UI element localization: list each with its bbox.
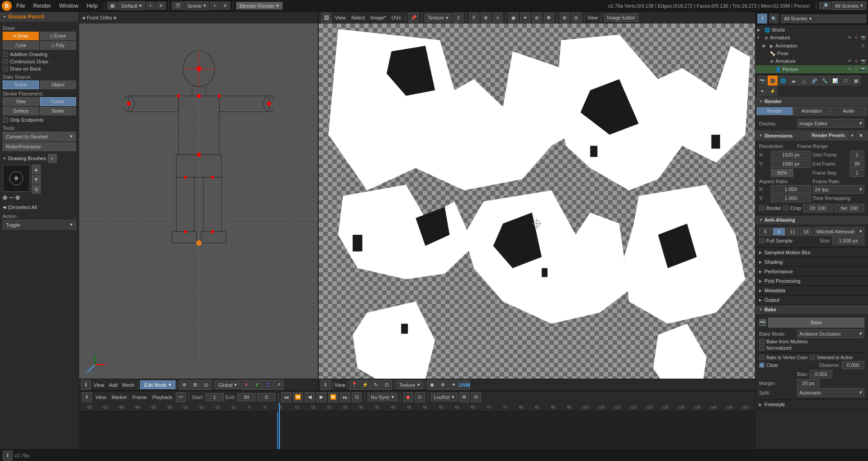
menu-help[interactable]: Help bbox=[83, 2, 101, 10]
output-header[interactable]: ▶ Output bbox=[755, 295, 868, 304]
normalized-checkbox[interactable] bbox=[759, 345, 764, 351]
img-render-btn[interactable]: F bbox=[469, 13, 479, 23]
render-tab-camera[interactable]: 📷 bbox=[757, 76, 767, 86]
current-frame-input[interactable]: 0 bbox=[257, 393, 275, 401]
goto-start-btn[interactable]: ⏮ bbox=[281, 392, 291, 402]
snap-btn[interactable]: ⊞ bbox=[190, 380, 200, 390]
img-cursor-btn[interactable]: ✤ bbox=[544, 13, 554, 23]
jump-btn[interactable]: ⊡ bbox=[352, 392, 362, 402]
clear-checkbox[interactable] bbox=[759, 362, 764, 368]
timeline-view-menu[interactable]: View bbox=[94, 394, 108, 401]
all-scenes-dropdown[interactable]: All Scenes ▾ bbox=[832, 1, 866, 10]
record-btn[interactable]: ⏺ bbox=[403, 392, 413, 402]
proportional-btn[interactable]: ◎ bbox=[201, 380, 211, 390]
ne-input[interactable]: Ne: 100 bbox=[835, 204, 864, 212]
menu-render[interactable]: Render bbox=[29, 2, 54, 10]
armature2-eye-icon[interactable]: 👁 bbox=[846, 58, 853, 64]
scene-dropdown[interactable]: Scene ▾ bbox=[184, 1, 209, 10]
add-scene-btn[interactable]: + bbox=[210, 2, 219, 10]
only-endpoints-checkbox[interactable] bbox=[3, 117, 8, 123]
texture-mode-dropdown[interactable]: Texture ▾ bbox=[396, 380, 423, 389]
person-cursor-icon[interactable]: ⊙ bbox=[853, 66, 859, 72]
grease-pencil-header[interactable]: ▼ Grease Pencil bbox=[0, 12, 79, 22]
img-view-menu[interactable]: View bbox=[333, 14, 348, 21]
render-tab-data[interactable]: 📊 bbox=[830, 76, 840, 86]
ol-input[interactable]: Ol: 100 bbox=[803, 204, 833, 212]
bias-input[interactable]: 0.001 bbox=[810, 370, 832, 378]
axis-y-btn[interactable]: Y bbox=[252, 380, 262, 390]
mesh-menu-3d[interactable]: Mesh bbox=[120, 381, 136, 389]
aa-8-btn[interactable]: 8 bbox=[773, 228, 785, 236]
keying-remove-btn[interactable]: ⊖ bbox=[471, 392, 481, 402]
add-menu-3d[interactable]: Add bbox=[107, 381, 120, 389]
person-eye-icon[interactable]: 👁 bbox=[846, 66, 853, 72]
uv-pin-btn[interactable]: 📍 bbox=[349, 380, 359, 390]
engine-dropdown[interactable]: Blender Render ▾ bbox=[236, 2, 283, 10]
tree-animation[interactable]: ▶ ▶ Animation ⊞ bbox=[755, 42, 868, 50]
margin-input[interactable]: 20 px bbox=[797, 379, 820, 387]
tree-pose[interactable]: 🦴 Pose bbox=[755, 50, 868, 57]
sync-dropdown[interactable]: No Sync ▾ bbox=[368, 393, 397, 401]
brush-menu-btn[interactable]: ☰ bbox=[32, 185, 41, 194]
img-scope-btn[interactable]: ◉ bbox=[509, 13, 519, 23]
render-tab-material[interactable]: ⬡ bbox=[840, 76, 850, 86]
draw-btn[interactable]: ✏ Draw bbox=[3, 32, 39, 40]
start-frame-input[interactable]: 1 bbox=[206, 393, 224, 401]
audio-tab[interactable]: Audio bbox=[830, 107, 867, 115]
tree-person[interactable]: 👤 Person 👁 ⊙ 📷 bbox=[755, 65, 868, 73]
bake-multires-checkbox[interactable] bbox=[759, 339, 764, 344]
frame-rate-dropdown[interactable]: 24 fps ▾ bbox=[813, 185, 865, 194]
draw-on-back-checkbox[interactable] bbox=[3, 66, 8, 71]
img-pin-btn[interactable]: 📌 bbox=[409, 13, 419, 23]
bake-header[interactable]: ▼ Bake bbox=[755, 305, 868, 314]
timeline-loop-btn[interactable]: ↩ bbox=[176, 392, 186, 402]
display-dropdown[interactable]: Image Editor ▾ bbox=[797, 119, 864, 128]
bake-vertex-checkbox[interactable] bbox=[759, 355, 764, 360]
cursor-icon-tree[interactable]: ⊙ bbox=[853, 34, 859, 41]
full-sample-checkbox[interactable] bbox=[759, 238, 764, 243]
uv-sync-btn[interactable]: ⚡ bbox=[360, 380, 370, 390]
render-tab-world[interactable]: ☁ bbox=[788, 76, 798, 86]
render-tab-scene[interactable]: 🌐 bbox=[778, 76, 788, 86]
render-tab-particles[interactable]: ✦ bbox=[757, 86, 767, 96]
anim-expand-icon[interactable]: ⊞ bbox=[860, 43, 866, 49]
tree-world[interactable]: ▶ 🌐 World bbox=[755, 26, 868, 33]
selected-active-checkbox[interactable] bbox=[810, 355, 815, 360]
crop-checkbox[interactable] bbox=[783, 205, 788, 211]
armature2-cursor-icon[interactable]: ⊙ bbox=[853, 58, 859, 64]
render-presets-del-btn[interactable]: ✕ bbox=[857, 133, 864, 138]
screen-layout-icon[interactable]: ▦ bbox=[107, 2, 118, 10]
object-source-btn[interactable]: Object bbox=[40, 81, 76, 89]
bake-button[interactable]: Bake bbox=[768, 318, 864, 328]
performance-header[interactable]: ▶ Performance bbox=[755, 267, 868, 276]
add-brush-btn[interactable]: + bbox=[48, 154, 57, 163]
timeline-marker-menu[interactable]: Marker bbox=[110, 394, 129, 401]
sampled-motion-blur-header[interactable]: ▶ Sampled Motion Blur bbox=[755, 248, 868, 257]
menu-window[interactable]: Window bbox=[56, 2, 82, 10]
timeline-playback-menu[interactable]: Playback bbox=[151, 394, 175, 401]
axis-z-btn[interactable]: Z bbox=[263, 380, 273, 390]
viewport-info-btn[interactable]: ℹ bbox=[81, 380, 91, 390]
scene-source-btn[interactable]: Scene bbox=[3, 81, 39, 89]
deselect-all-row[interactable]: ◀ (De)select All bbox=[0, 203, 79, 212]
view-all-btn[interactable]: 🔎 bbox=[819, 2, 831, 10]
asp-y-input[interactable]: 1.000 bbox=[771, 194, 811, 202]
transform-btn[interactable]: ↗ bbox=[274, 380, 283, 390]
view-menu-3d[interactable]: View bbox=[92, 381, 106, 389]
axis-x-btn[interactable]: ✕ bbox=[241, 380, 251, 390]
frame-num-btn[interactable]: 2 bbox=[453, 13, 463, 23]
uv-uvm-btn[interactable]: UVM bbox=[460, 380, 470, 390]
play-btn[interactable]: ▶ bbox=[316, 392, 326, 402]
img-camera-btn[interactable]: ⊕ bbox=[481, 13, 491, 23]
end-frame-input[interactable]: 99 bbox=[237, 393, 255, 401]
action-dropdown[interactable]: Toggle ▾ bbox=[3, 220, 76, 229]
render-tab-physics[interactable]: ⚡ bbox=[768, 86, 778, 96]
asp-x-input[interactable]: 1.000 bbox=[771, 185, 811, 193]
res-pct-input[interactable]: 50% bbox=[771, 169, 793, 177]
keying-set-btn[interactable]: ⊕ bbox=[459, 392, 469, 402]
viewport-options-btn[interactable]: ⊕ bbox=[179, 380, 189, 390]
add-layout-btn[interactable]: + bbox=[146, 2, 155, 10]
render-presets-add-btn[interactable]: + bbox=[849, 133, 855, 138]
status-icon-btn[interactable]: ℹ bbox=[3, 451, 13, 461]
img-composit-btn[interactable]: ✦ bbox=[520, 13, 530, 23]
